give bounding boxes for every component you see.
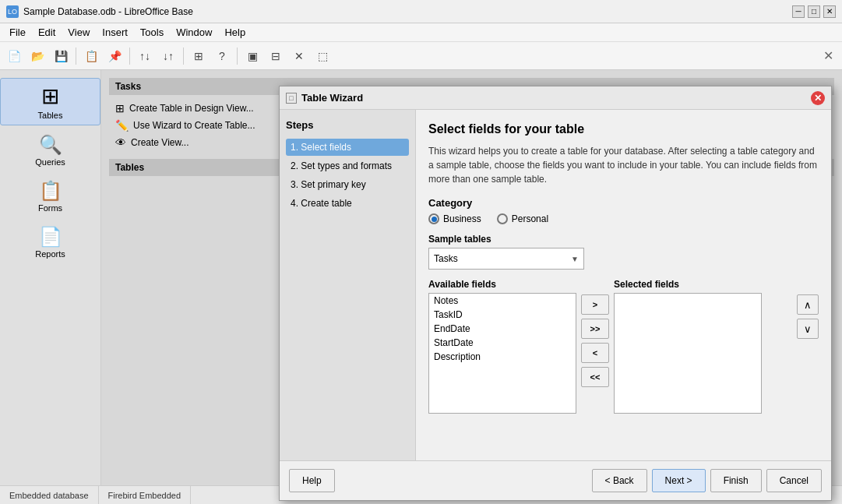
steps-title: Steps [286,119,409,131]
grid-button[interactable]: ⊞ [188,45,210,67]
delete-button[interactable]: ✕ [288,45,310,67]
dialog-close-button[interactable]: ✕ [811,91,825,105]
statusbar-right: Firebird Embedded [99,486,192,504]
field-description[interactable]: Description [429,350,576,364]
sidebar-item-forms-label: Forms [38,203,62,213]
task-create-design-label: Create Table in Design View... [129,103,254,114]
category-section: Category Business Personal [428,197,819,224]
sidebar-item-forms[interactable]: 📋 Forms [0,175,100,217]
task-create-view-label: Create View... [131,137,188,148]
dialog-icon: □ [286,93,297,104]
move-all-right-button[interactable]: >> [581,319,609,339]
sidebar-item-reports[interactable]: 📄 Reports [0,221,100,263]
menu-tools[interactable]: Tools [134,25,170,40]
help-toolbar-button[interactable]: ? [211,45,233,67]
finish-button[interactable]: Finish [710,469,762,492]
menu-insert[interactable]: Insert [96,25,134,40]
move-left-button[interactable]: < [581,343,609,363]
wizard-icon: ✏️ [115,119,129,132]
available-fields-label: Available fields [428,279,576,290]
step-4[interactable]: 4. Create table [286,195,409,212]
export-button[interactable]: ⬚ [312,45,333,67]
move-right-button[interactable]: > [581,294,609,315]
business-radio-label: Business [443,213,481,224]
sidebar-item-tables-label: Tables [38,111,63,120]
personal-radio-label: Personal [512,213,548,224]
table-wizard-dialog: □ Table Wizard ✕ Steps 1. Select fields … [279,86,832,501]
task-wizard-label: Use Wizard to Create Table... [133,120,255,131]
next-button[interactable]: Next > [652,469,706,492]
sort-buttons: ∧ ∨ [797,279,819,339]
transfer-buttons: > >> < << [581,279,609,387]
wizard-description: This wizard helps you to create a table … [428,144,819,186]
maximize-button[interactable]: □ [808,5,820,18]
back-button[interactable]: < Back [592,469,647,492]
menu-view[interactable]: View [62,25,96,40]
category-label: Category [428,197,819,209]
field-taskid[interactable]: TaskID [429,308,576,322]
close-tab-button[interactable]: ✕ [817,45,839,67]
category-radio-group: Business Personal [428,213,819,224]
step-2[interactable]: 2. Set types and formats [286,157,409,174]
table-button[interactable]: ⊟ [265,45,287,67]
titlebar: LO Sample Database.odb - LibreOffice Bas… [0,0,842,23]
step-3[interactable]: 3. Set primary key [286,176,409,193]
selected-fields-panel: Selected fields [614,279,792,414]
personal-radio-circle[interactable] [497,213,508,224]
step-1[interactable]: 1. Select fields [286,139,409,156]
menu-window[interactable]: Window [170,25,218,40]
create-view-icon: 👁 [115,136,126,149]
sample-tables-label: Sample tables [428,234,819,245]
business-radio-circle[interactable] [428,213,439,224]
reports-icon: 📄 [39,226,62,248]
steps-panel: Steps 1. Select fields 2. Set types and … [280,110,416,460]
move-all-left-button[interactable]: << [581,367,609,387]
copy-button[interactable]: 📋 [80,45,102,67]
minimize-button[interactable]: ─ [792,5,805,18]
fields-section: Available fields Notes TaskID EndDate St… [428,279,819,414]
field-startdate[interactable]: StartDate [429,336,576,350]
sort-down-button[interactable]: ∨ [797,319,819,339]
sort-desc-button[interactable]: ↓↑ [157,45,179,67]
category-business-option[interactable]: Business [428,213,481,224]
toolbar-separator-3 [183,48,184,65]
sidebar-item-tables[interactable]: ⊞ Tables [0,78,100,125]
queries-icon: 🔍 [39,134,62,156]
toolbar-separator-4 [237,48,238,65]
sidebar: ⊞ Tables 🔍 Queries 📋 Forms 📄 Reports [0,70,101,485]
paste-button[interactable]: 📌 [104,45,125,67]
available-fields-panel: Available fields Notes TaskID EndDate St… [428,279,576,414]
new-button[interactable]: 📄 [3,45,25,67]
selected-fields-label: Selected fields [614,279,792,290]
design-view-icon: ⊞ [115,102,125,115]
sample-tables-select[interactable]: Tasks ▼ [428,248,584,270]
dialog-titlebar: □ Table Wizard ✕ [280,86,831,110]
dialog-body: Steps 1. Select fields 2. Set types and … [280,110,831,460]
sidebar-item-queries[interactable]: 🔍 Queries [0,129,100,171]
window-title: Sample Database.odb - LibreOffice Base [23,6,792,17]
selected-fields-list[interactable] [614,293,762,414]
sidebar-item-reports-label: Reports [35,249,65,259]
forms-icon: 📋 [39,180,62,202]
open-button[interactable]: 📂 [26,45,48,67]
select-dropdown-arrow: ▼ [571,255,579,263]
window-controls: ─ □ ✕ [792,5,836,18]
tables-icon: ⊞ [41,83,59,109]
sample-tables-section: Sample tables Tasks ▼ [428,234,819,270]
save-button[interactable]: 💾 [50,45,72,67]
field-enddate[interactable]: EndDate [429,322,576,336]
sort-asc-button[interactable]: ↑↓ [134,45,156,67]
sort-up-button[interactable]: ∧ [797,294,819,315]
filter-button[interactable]: ▣ [241,45,263,67]
sidebar-item-queries-label: Queries [35,157,65,167]
menu-help[interactable]: Help [218,25,252,40]
cancel-button[interactable]: Cancel [766,469,822,492]
menu-edit[interactable]: Edit [32,25,62,40]
menu-file[interactable]: File [3,25,32,40]
available-fields-list[interactable]: Notes TaskID EndDate StartDate Descripti… [428,293,576,414]
category-personal-option[interactable]: Personal [497,213,548,224]
sample-tables-value: Tasks [434,253,458,264]
field-notes[interactable]: Notes [429,294,576,308]
help-button[interactable]: Help [289,469,335,492]
close-button[interactable]: ✕ [823,5,836,18]
